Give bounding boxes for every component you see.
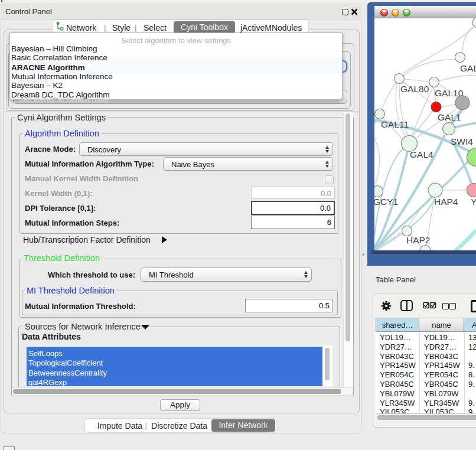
svg-text:HAP2: HAP2 [406,235,431,245]
svg-text:GAL7: GAL7 [460,63,476,73]
svg-text:SWI4: SWI4 [451,136,473,146]
svg-text:GAL10: GAL10 [435,88,464,98]
svg-text:Y: Y [471,197,476,207]
svg-text:GAL11: GAL11 [381,119,409,129]
svg-text:GCY1: GCY1 [374,197,398,207]
svg-text:GAL80: GAL80 [400,84,429,94]
svg-text:GAL4: GAL4 [410,149,433,159]
svg-text:HAP4: HAP4 [434,197,458,207]
svg-text:GAL1: GAL1 [438,112,461,122]
